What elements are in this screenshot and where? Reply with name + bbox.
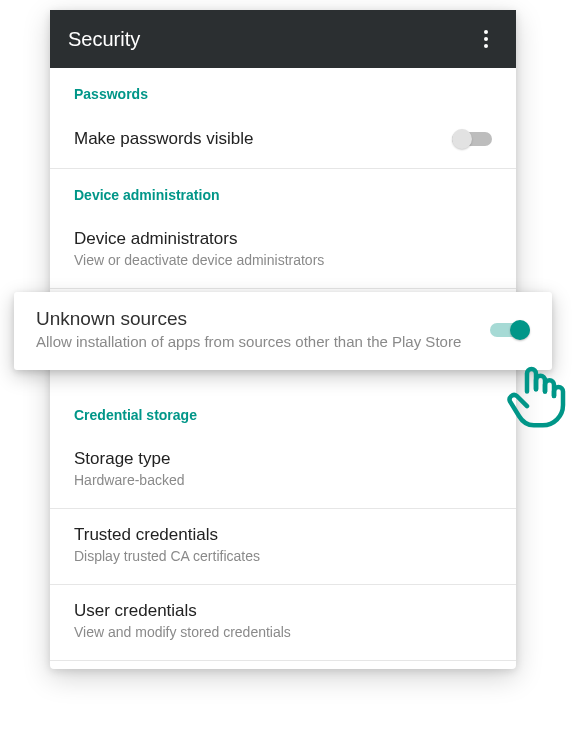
row-unknown-sources[interactable]: Unknown sources Allow installation of ap… [14,292,552,370]
row-subtitle: View or deactivate device administrators [74,251,492,270]
row-title: Device administrators [74,229,492,249]
row-title: Unknown sources [36,308,472,330]
row-title: Trusted credentials [74,525,492,545]
row-title: Storage type [74,449,492,469]
toggle-make-passwords-visible[interactable] [452,128,492,150]
row-user-credentials[interactable]: User credentials View and modify stored … [50,585,516,661]
row-title: Make passwords visible [74,129,440,149]
section-header-passwords: Passwords [50,68,516,112]
section-header-device-administration: Device administration [50,169,516,213]
row-device-administrators[interactable]: Device administrators View or deactivate… [50,213,516,289]
row-subtitle: Allow installation of apps from sources … [36,332,472,352]
page-title: Security [68,28,140,51]
row-subtitle: Display trusted CA certificates [74,547,492,566]
row-title: User credentials [74,601,492,621]
row-subtitle: Hardware-backed [74,471,492,490]
toggle-unknown-sources[interactable] [490,319,530,341]
row-subtitle: View and modify stored credentials [74,623,492,642]
app-bar: Security [50,10,516,68]
row-storage-type[interactable]: Storage type Hardware-backed [50,433,516,509]
section-header-credential-storage: Credential storage [50,389,516,433]
more-options-icon[interactable] [474,27,498,51]
tap-hand-icon [500,360,572,432]
row-make-passwords-visible[interactable]: Make passwords visible [50,112,516,169]
row-trusted-credentials[interactable]: Trusted credentials Display trusted CA c… [50,509,516,585]
